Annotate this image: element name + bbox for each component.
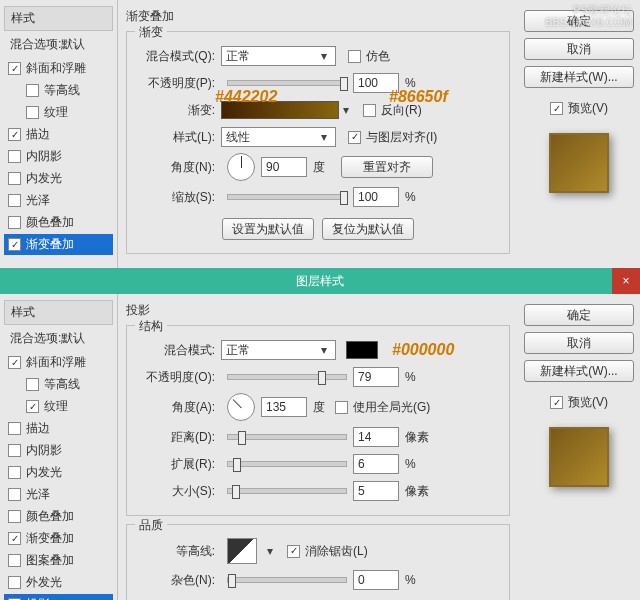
opacity-label: 不透明度(P):	[139, 75, 221, 92]
styles-sidebar: 样式 混合选项:默认 斜面和浮雕等高线纹理描边内阴影内发光光泽颜色叠加渐变叠加	[0, 0, 118, 268]
sidebar-item[interactable]: 描边	[4, 124, 113, 145]
blend-mode-select[interactable]: 正常▾	[221, 340, 336, 360]
style-checkbox[interactable]	[8, 62, 21, 75]
scale-input[interactable]: 100	[353, 187, 399, 207]
sidebar-item[interactable]: 内发光	[4, 168, 113, 189]
sidebar-item[interactable]: 渐变叠加	[4, 234, 113, 255]
noise-input[interactable]: 0	[353, 570, 399, 590]
distance-input[interactable]: 14	[353, 427, 399, 447]
sidebar-blend-options[interactable]: 混合选项:默认	[4, 33, 113, 56]
gradient-dropdown-icon[interactable]: ▾	[339, 103, 353, 117]
chevron-down-icon: ▾	[317, 49, 331, 63]
spread-input[interactable]: 6	[353, 454, 399, 474]
sidebar-item[interactable]: 颜色叠加	[4, 212, 113, 233]
sidebar-item[interactable]: 斜面和浮雕	[4, 58, 113, 79]
size-slider[interactable]	[227, 488, 347, 494]
style-checkbox[interactable]	[26, 106, 39, 119]
spread-slider[interactable]	[227, 461, 347, 467]
group-title: 渐变	[135, 24, 167, 41]
sidebar-item[interactable]: 内阴影	[4, 146, 113, 167]
preview-checkbox[interactable]	[550, 102, 563, 115]
sidebar-item[interactable]: 斜面和浮雕	[4, 352, 113, 373]
style-checkbox[interactable]	[8, 194, 21, 207]
reset-default-button[interactable]: 复位为默认值	[322, 218, 414, 240]
contour-picker[interactable]	[227, 538, 257, 564]
style-checkbox[interactable]	[8, 554, 21, 567]
style-checkbox[interactable]	[8, 532, 21, 545]
style-checkbox[interactable]	[8, 488, 21, 501]
opacity-input[interactable]: 100	[353, 73, 399, 93]
contour-dropdown-icon[interactable]: ▾	[263, 544, 277, 558]
quality-group: 品质 等高线: ▾ 消除锯齿(L) 杂色(N): 0 %	[126, 524, 510, 600]
opacity-label: 不透明度(O):	[139, 369, 221, 386]
preview-checkbox[interactable]	[550, 396, 563, 409]
style-checkbox[interactable]	[8, 150, 21, 163]
style-checkbox[interactable]	[8, 216, 21, 229]
sidebar-item[interactable]: 颜色叠加	[4, 506, 113, 527]
sidebar-item-label: 纹理	[44, 398, 68, 415]
new-style-button[interactable]: 新建样式(W)...	[524, 360, 634, 382]
reset-align-button[interactable]: 重置对齐	[341, 156, 433, 178]
sidebar-head[interactable]: 样式	[4, 6, 113, 31]
sidebar-item[interactable]: 光泽	[4, 190, 113, 211]
spread-label: 扩展(R):	[139, 456, 221, 473]
opacity-slider[interactable]	[227, 374, 347, 380]
global-light-checkbox[interactable]	[335, 401, 348, 414]
sidebar-item[interactable]: 内发光	[4, 462, 113, 483]
sidebar-item[interactable]: 等高线	[4, 374, 113, 395]
opacity-slider[interactable]	[227, 80, 347, 86]
style-checkbox[interactable]	[8, 576, 21, 589]
style-checkbox[interactable]	[26, 378, 39, 391]
angle-dial[interactable]	[227, 393, 255, 421]
scale-slider[interactable]	[227, 194, 347, 200]
sidebar-item[interactable]: 渐变叠加	[4, 528, 113, 549]
sidebar-item[interactable]: 等高线	[4, 80, 113, 101]
sidebar-item[interactable]: 描边	[4, 418, 113, 439]
close-button[interactable]: ×	[612, 268, 640, 294]
sidebar-item-label: 描边	[26, 126, 50, 143]
sidebar-item[interactable]: 内阴影	[4, 440, 113, 461]
style-select[interactable]: 线性▾	[221, 127, 336, 147]
dialog-gradient-overlay: PS教程论坛BBS.16XX8.COM 样式 混合选项:默认 斜面和浮雕等高线纹…	[0, 0, 640, 268]
new-style-button[interactable]: 新建样式(W)...	[524, 66, 634, 88]
antialias-checkbox[interactable]	[287, 545, 300, 558]
blend-mode-select[interactable]: 正常▾	[221, 46, 336, 66]
angle-input[interactable]: 90	[261, 157, 307, 177]
angle-input[interactable]: 135	[261, 397, 307, 417]
cancel-button[interactable]: 取消	[524, 38, 634, 60]
sidebar-blend-options[interactable]: 混合选项:默认	[4, 327, 113, 350]
style-checkbox[interactable]	[8, 172, 21, 185]
set-default-button[interactable]: 设置为默认值	[222, 218, 314, 240]
sidebar-item[interactable]: 光泽	[4, 484, 113, 505]
style-checkbox[interactable]	[8, 422, 21, 435]
style-checkbox[interactable]	[8, 510, 21, 523]
sidebar-item[interactable]: 外发光	[4, 572, 113, 593]
dither-checkbox[interactable]	[348, 50, 361, 63]
angle-dial[interactable]	[227, 153, 255, 181]
angle-label: 角度(A):	[139, 399, 221, 416]
sidebar-item-label: 渐变叠加	[26, 530, 74, 547]
opacity-input[interactable]: 79	[353, 367, 399, 387]
style-checkbox[interactable]	[8, 128, 21, 141]
shadow-color-chip[interactable]	[346, 341, 378, 359]
style-checkbox[interactable]	[8, 238, 21, 251]
reverse-checkbox[interactable]	[363, 104, 376, 117]
cancel-button[interactable]: 取消	[524, 332, 634, 354]
sidebar-item[interactable]: 纹理	[4, 396, 113, 417]
align-checkbox[interactable]	[348, 131, 361, 144]
noise-slider[interactable]	[227, 577, 347, 583]
style-checkbox[interactable]	[8, 356, 21, 369]
style-checkbox[interactable]	[26, 84, 39, 97]
size-input[interactable]: 5	[353, 481, 399, 501]
style-checkbox[interactable]	[8, 466, 21, 479]
sidebar-head[interactable]: 样式	[4, 300, 113, 325]
sidebar-item[interactable]: 纹理	[4, 102, 113, 123]
sidebar-item-label: 渐变叠加	[26, 236, 74, 253]
ok-button[interactable]: 确定	[524, 304, 634, 326]
style-checkbox[interactable]	[8, 444, 21, 457]
gradient-bar[interactable]	[221, 101, 339, 119]
distance-slider[interactable]	[227, 434, 347, 440]
style-checkbox[interactable]	[26, 400, 39, 413]
sidebar-item[interactable]: 图案叠加	[4, 550, 113, 571]
sidebar-item[interactable]: 投影	[4, 594, 113, 600]
